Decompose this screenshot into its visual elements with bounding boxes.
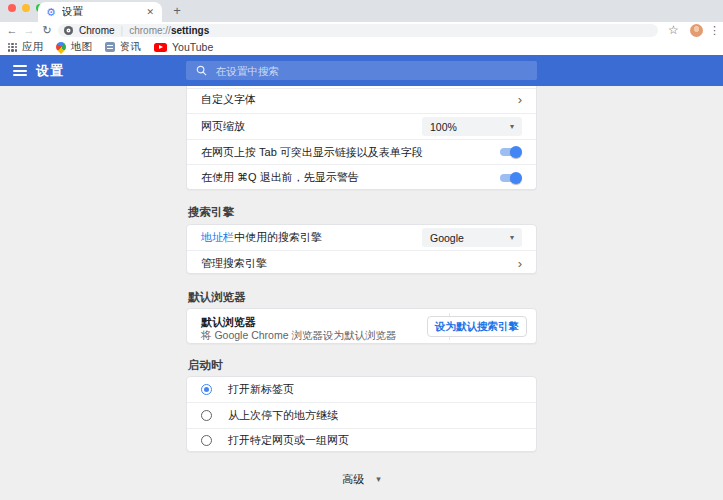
manage-search-engines-row[interactable]: 管理搜索引擎 ›	[187, 250, 536, 275]
profile-avatar[interactable]	[690, 24, 703, 37]
back-icon[interactable]: ←	[5, 22, 19, 39]
radio-label: 打开特定网页或一组网页	[228, 433, 349, 448]
maps-pin-icon	[54, 40, 68, 54]
bookmark-maps[interactable]: 地图	[56, 40, 92, 54]
gear-favicon-icon: ⚙	[46, 7, 56, 18]
caret-down-icon: ▾	[510, 233, 514, 242]
warn-before-quit-row: 在使用 ⌘Q 退出前，先显示警告	[187, 164, 536, 190]
tab-highlight-toggle[interactable]	[498, 146, 522, 158]
omnibox-url-path: settings	[171, 25, 209, 36]
settings-content: 自定义字体 › 网页缩放 100% ▾ 在网页上按 Tab 可突出显示链接以及表…	[0, 86, 723, 500]
omnibox-url-scheme: chrome://	[129, 25, 171, 36]
page-title: 设置	[36, 55, 64, 86]
warn-quit-toggle[interactable]	[498, 172, 522, 184]
bookmark-star-icon[interactable]: ☆	[668, 22, 679, 39]
chevron-right-icon: ›	[518, 93, 522, 106]
section-title-default-browser: 默认浏览器	[188, 290, 246, 305]
selected-value: Google	[430, 232, 464, 244]
address-bar-engine-row: 地址栏中使用的搜索引擎 Google ▾	[187, 225, 536, 250]
section-title-startup: 启动时	[188, 358, 223, 373]
row-label: 管理搜索引擎	[201, 256, 267, 271]
settings-header: 设置	[0, 55, 723, 86]
caret-down-icon: ▾	[376, 474, 381, 484]
row-label: 自定义字体	[201, 92, 256, 107]
search-engine-card: 地址栏中使用的搜索引擎 Google ▾ 管理搜索引擎 ›	[186, 224, 537, 274]
section-title-search-engine: 搜索引擎	[188, 205, 234, 220]
radio-icon[interactable]	[201, 410, 212, 421]
row-label: 在使用 ⌘Q 退出前，先显示警告	[201, 170, 359, 185]
chrome-page-icon	[64, 26, 73, 35]
close-tab-icon[interactable]: ✕	[146, 7, 154, 17]
minimize-window-button[interactable]	[22, 4, 30, 12]
search-engine-select[interactable]: Google ▾	[422, 228, 522, 247]
bookmark-news[interactable]: 资讯	[105, 40, 141, 54]
address-bar[interactable]: Chrome | chrome:// settings	[58, 24, 658, 37]
address-bar-link[interactable]: 地址栏	[201, 231, 234, 243]
news-icon	[105, 42, 115, 52]
startup-card: 打开新标签页 从上次停下的地方继续 打开特定网页或一组网页	[186, 376, 537, 452]
appearance-card: 自定义字体 › 网页缩放 100% ▾ 在网页上按 Tab 可突出显示链接以及表…	[186, 86, 537, 190]
browser-tab-settings[interactable]: ⚙ 设置 ✕	[38, 2, 162, 22]
radio-selected-icon[interactable]	[201, 384, 212, 395]
startup-option-new-tab[interactable]: 打开新标签页	[187, 377, 536, 402]
settings-search-input[interactable]	[216, 65, 527, 77]
startup-option-specific-pages[interactable]: 打开特定网页或一组网页	[187, 428, 536, 453]
browser-menu-icon[interactable]: ⋮	[709, 22, 720, 39]
new-tab-button[interactable]: +	[169, 3, 185, 19]
startup-option-continue[interactable]: 从上次停下的地方继续	[187, 402, 536, 427]
menu-hamburger-icon[interactable]	[13, 65, 27, 76]
bookmark-label: 地图	[71, 40, 92, 54]
row-label: 在网页上按 Tab 可突出显示链接以及表单字段	[201, 145, 423, 160]
row-label: 地址栏中使用的搜索引擎	[201, 230, 322, 245]
title-bar: ⚙ 设置 ✕ +	[0, 0, 723, 22]
browser-toolbar: ← → ↻ Chrome | chrome:// settings ☆ ⋮	[0, 22, 723, 39]
row-label-rest: 中使用的搜索引擎	[234, 231, 322, 243]
radio-label: 打开新标签页	[228, 382, 294, 397]
bookmark-youtube[interactable]: YouTube	[154, 41, 213, 53]
bookmark-label: 资讯	[120, 40, 141, 54]
close-window-button[interactable]	[8, 4, 16, 12]
settings-search-box[interactable]	[186, 61, 537, 80]
default-browser-title: 默认浏览器	[201, 315, 256, 330]
radio-icon[interactable]	[201, 435, 212, 446]
selected-value: 100%	[430, 121, 457, 133]
advanced-label: 高级	[342, 472, 364, 487]
default-browser-card: 默认浏览器 将 Google Chrome 浏览器设为默认浏览器 设为默认搜索引…	[186, 308, 537, 344]
search-icon	[196, 65, 207, 76]
forward-icon[interactable]: →	[22, 22, 36, 39]
bookmarks-bar: 应用 地图 资讯 YouTube	[0, 39, 723, 55]
caret-down-icon: ▾	[510, 122, 514, 131]
omnibox-separator: |	[121, 25, 124, 36]
reload-icon[interactable]: ↻	[40, 22, 54, 39]
omnibox-site-label: Chrome	[79, 25, 115, 36]
apps-grid-icon	[8, 43, 17, 52]
row-label: 网页缩放	[201, 119, 245, 134]
customize-fonts-row[interactable]: 自定义字体 ›	[187, 86, 536, 113]
bookmark-label: 应用	[22, 40, 43, 54]
youtube-icon	[154, 43, 167, 52]
default-browser-subtitle: 将 Google Chrome 浏览器设为默认浏览器	[201, 329, 396, 343]
bookmark-label: YouTube	[172, 41, 213, 53]
radio-label: 从上次停下的地方继续	[228, 408, 338, 423]
make-default-button[interactable]: 设为默认搜索引擎	[427, 316, 527, 337]
page-zoom-select[interactable]: 100% ▾	[422, 117, 522, 136]
bookmark-apps[interactable]: 应用	[8, 40, 43, 54]
page-zoom-row: 网页缩放 100% ▾	[187, 113, 536, 139]
tab-highlight-row: 在网页上按 Tab 可突出显示链接以及表单字段	[187, 139, 536, 164]
chevron-right-icon: ›	[518, 257, 522, 270]
tab-title: 设置	[62, 5, 147, 19]
advanced-button[interactable]: 高级 ▾	[186, 470, 537, 488]
